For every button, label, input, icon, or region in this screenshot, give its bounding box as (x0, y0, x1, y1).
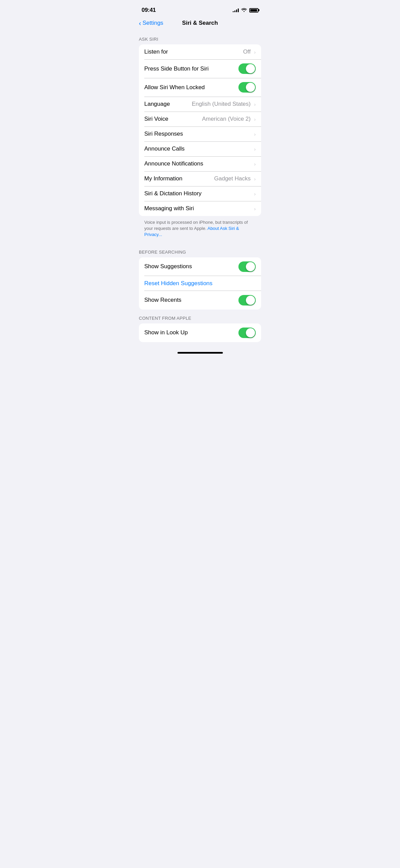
listen-for-chevron-icon: › (254, 49, 256, 55)
show-in-look-up-toggle[interactable] (238, 328, 256, 338)
show-in-look-up-label: Show in Look Up (144, 329, 238, 336)
back-label: Settings (143, 20, 163, 26)
before-searching-card: Show Suggestions Reset Hidden Suggestion… (139, 257, 261, 310)
show-recents-toggle[interactable] (238, 295, 256, 305)
press-side-button-label: Press Side Button for Siri (144, 65, 238, 72)
show-recents-label: Show Recents (144, 297, 238, 303)
siri-dictation-history-chevron-icon: › (254, 191, 256, 197)
listen-for-row[interactable]: Listen for Off › (139, 44, 261, 59)
announce-calls-label: Announce Calls (144, 145, 254, 152)
status-time: 09:41 (142, 7, 156, 14)
show-in-look-up-row[interactable]: Show in Look Up (139, 323, 261, 342)
ask-siri-header: ASK SIRI (133, 31, 267, 44)
ask-siri-footer: Voice input is processed on iPhone, but … (133, 216, 267, 243)
show-recents-row[interactable]: Show Recents (139, 291, 261, 310)
show-suggestions-row[interactable]: Show Suggestions (139, 257, 261, 276)
announce-notifications-row[interactable]: Announce Notifications › (139, 156, 261, 171)
listen-for-label: Listen for (144, 48, 243, 55)
siri-responses-chevron-icon: › (254, 131, 256, 137)
home-indicator (177, 352, 223, 354)
allow-when-locked-row[interactable]: Allow Siri When Locked (139, 78, 261, 97)
siri-dictation-history-label: Siri & Dictation History (144, 190, 254, 197)
siri-voice-row[interactable]: Siri Voice American (Voice 2) › (139, 112, 261, 126)
ask-siri-card: Listen for Off › Press Side Button for S… (139, 44, 261, 216)
page-title: Siri & Search (182, 20, 218, 26)
siri-voice-label: Siri Voice (144, 116, 202, 122)
siri-dictation-history-row[interactable]: Siri & Dictation History › (139, 186, 261, 201)
reset-hidden-suggestions-label: Reset Hidden Suggestions (144, 280, 256, 287)
siri-voice-chevron-icon: › (254, 116, 256, 122)
signal-icon (233, 8, 239, 12)
my-information-chevron-icon: › (254, 176, 256, 182)
battery-icon (249, 8, 258, 13)
show-suggestions-toggle[interactable] (238, 261, 256, 272)
messaging-with-siri-chevron-icon: › (254, 206, 256, 212)
announce-notifications-label: Announce Notifications (144, 160, 254, 167)
nav-bar: ‹ Settings Siri & Search (133, 17, 267, 31)
press-side-button-row[interactable]: Press Side Button for Siri (139, 59, 261, 78)
announce-calls-row[interactable]: Announce Calls › (139, 141, 261, 156)
announce-notifications-chevron-icon: › (254, 161, 256, 167)
status-icons (233, 7, 258, 13)
siri-voice-value: American (Voice 2) (202, 116, 251, 122)
my-information-label: My Information (144, 175, 214, 182)
language-label: Language (144, 101, 192, 107)
my-information-row[interactable]: My Information Gadget Hacks › (139, 171, 261, 186)
content-from-apple-card: Show in Look Up (139, 323, 261, 342)
allow-when-locked-label: Allow Siri When Locked (144, 84, 238, 91)
wifi-icon (241, 7, 247, 13)
my-information-value: Gadget Hacks (214, 175, 251, 182)
status-bar: 09:41 (133, 0, 267, 17)
siri-responses-label: Siri Responses (144, 131, 254, 137)
allow-when-locked-toggle[interactable] (238, 82, 256, 93)
announce-calls-chevron-icon: › (254, 146, 256, 152)
messaging-with-siri-label: Messaging with Siri (144, 205, 254, 212)
language-row[interactable]: Language English (United States) › (139, 97, 261, 112)
siri-responses-row[interactable]: Siri Responses › (139, 126, 261, 141)
before-searching-header: BEFORE SEARCHING (133, 243, 267, 257)
back-chevron-icon: ‹ (139, 20, 141, 26)
show-suggestions-label: Show Suggestions (144, 263, 238, 270)
language-value: English (United States) (192, 101, 251, 107)
messaging-with-siri-row[interactable]: Messaging with Siri › (139, 201, 261, 216)
press-side-button-toggle[interactable] (238, 63, 256, 74)
back-button[interactable]: ‹ Settings (139, 20, 163, 26)
listen-for-value: Off (243, 48, 251, 55)
reset-hidden-suggestions-row[interactable]: Reset Hidden Suggestions (139, 276, 261, 291)
content-from-apple-header: CONTENT FROM APPLE (133, 310, 267, 323)
language-chevron-icon: › (254, 101, 256, 107)
